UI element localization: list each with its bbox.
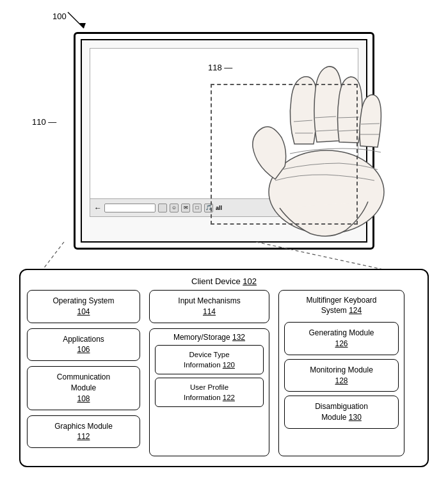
box-input-mechanisms: Input Mechanisms114 (149, 290, 269, 323)
diagram-title: Client Device 102 (20, 276, 428, 286)
box-operating-system: Operating System104 (27, 290, 140, 323)
client-device-diagram: Client Device 102 Operating System104 Ap… (19, 269, 429, 467)
box-memory-storage: Memory/Storage 132 Device TypeInformatio… (149, 328, 269, 456)
taskbar-icon-4: □ (193, 204, 202, 212)
svg-line-0 (68, 12, 84, 28)
box-user-profile-info: User ProfileInformation 122 (155, 378, 264, 407)
selection-box-118 (211, 84, 358, 225)
middle-column: Input Mechanisms114 Memory/Storage 132 D… (145, 290, 273, 456)
multifinger-keyboard-system: Multifinger KeyboardSystem 124 Generatin… (278, 290, 404, 456)
back-arrow-icon: ← (94, 204, 102, 212)
diagram-grid: Operating System104 Applications106 Comm… (20, 290, 428, 461)
box-disambiguation-module: DisambiguationModule 130 (284, 396, 399, 429)
memory-storage-title: Memory/Storage 132 (155, 333, 264, 342)
box-monitoring-module: Monitoring Module128 (284, 359, 399, 392)
right-column: Multifinger KeyboardSystem 124 Generatin… (273, 290, 404, 456)
taskbar-icon-3: ✉ (181, 204, 190, 212)
taskbar-icon-2: ☺ (170, 204, 179, 212)
label-100-arrow (61, 9, 87, 31)
box-applications: Applications106 (27, 328, 140, 362)
taskbar-icon-1 (158, 204, 167, 212)
multifinger-title: Multifinger KeyboardSystem 124 (284, 296, 399, 316)
box-graphics-module: Graphics Module112 (27, 415, 140, 449)
address-bar (104, 204, 156, 212)
box-device-type-info: Device TypeInformation 120 (155, 345, 264, 374)
left-column: Operating System104 Applications106 Comm… (27, 290, 145, 456)
label-110: 110 — (32, 117, 56, 127)
box-generating-module: Generating Module126 (284, 322, 399, 355)
box-communication-module: CommunicationModule108 (27, 366, 140, 410)
top-section: 100 ← ☺ ✉ □ 🎵 all (0, 0, 448, 269)
